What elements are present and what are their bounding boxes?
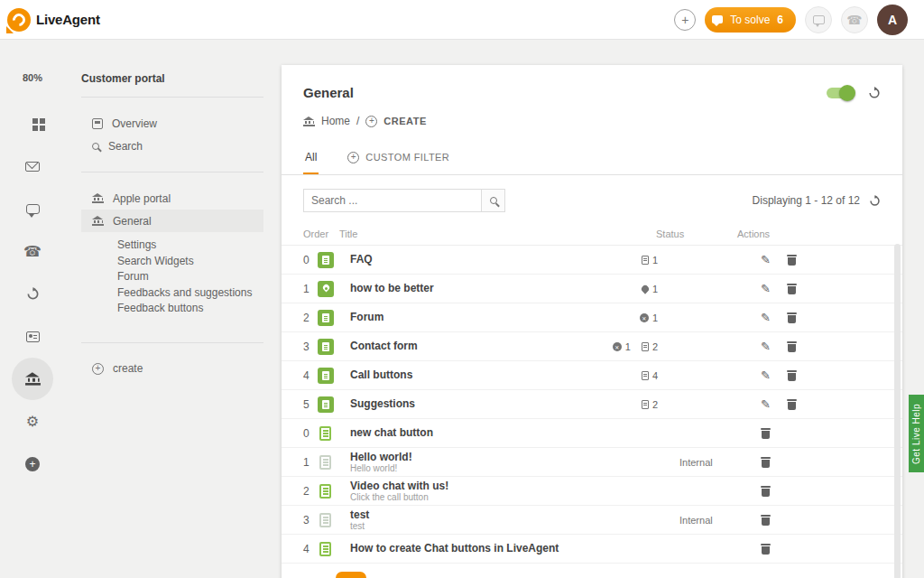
search-input[interactable] — [303, 189, 482, 212]
sidebar-subitem-settings[interactable]: Settings — [65, 238, 263, 254]
tab-all[interactable]: All — [303, 140, 319, 174]
sidebar-item-label: create — [113, 362, 143, 375]
row-actions — [752, 485, 881, 497]
sidebar-group-main: Overview Search — [65, 98, 263, 172]
dashboard-icon — [26, 118, 39, 131]
pencil-icon: ✎ — [761, 368, 771, 382]
trash-icon — [787, 283, 797, 294]
calls-button[interactable]: ☎ — [841, 6, 868, 33]
row-order: 4 — [303, 543, 318, 555]
table-row[interactable]: 5 Suggestions 2 ✎ — [282, 390, 902, 419]
table-row[interactable]: 2 Video chat with us! Click the call but… — [282, 477, 902, 506]
trash-icon — [787, 369, 797, 381]
row-type-icon — [318, 396, 334, 413]
chats-button[interactable] — [805, 6, 832, 33]
trash-icon — [761, 543, 771, 555]
delete-button[interactable] — [787, 397, 797, 411]
add-new-button[interactable]: + — [674, 9, 696, 31]
nav-chats[interactable] — [12, 188, 53, 230]
sidebar-item-create[interactable]: + create — [81, 358, 263, 380]
sidebar-item-search[interactable]: Search — [81, 135, 263, 157]
row-type-icon — [318, 310, 334, 326]
chat-widget-peek[interactable] — [336, 572, 366, 578]
table-row[interactable]: 4 How to create Chat buttons in LiveAgen… — [282, 535, 902, 564]
delete-button[interactable] — [761, 456, 771, 468]
table-row[interactable]: 4 Call buttons 4 ✎ — [282, 361, 902, 390]
tabs: All + CUSTOM FILTER — [282, 140, 902, 175]
nav-tickets[interactable] — [12, 145, 53, 188]
nav-icons: ☎ ⚙ + — [12, 103, 53, 485]
gear-icon: ⚙ — [26, 413, 39, 430]
nav-calls[interactable]: ☎ — [12, 230, 53, 273]
nav-settings[interactable]: ⚙ — [12, 400, 53, 443]
sidebar-item-overview[interactable]: Overview — [81, 112, 263, 135]
refresh-button[interactable] — [868, 87, 881, 99]
row-actions: ✎ — [752, 253, 881, 266]
avatar[interactable]: A — [877, 5, 908, 35]
nav-customer-portal[interactable] — [12, 358, 53, 400]
row-actions: ✎ — [752, 311, 881, 324]
pencil-icon: ✎ — [761, 340, 771, 353]
nav-history[interactable] — [12, 273, 53, 315]
edit-button[interactable]: ✎ — [761, 282, 771, 295]
delete-button[interactable] — [761, 514, 771, 526]
sidebar-item-general[interactable]: General — [81, 210, 263, 232]
delete-button[interactable] — [787, 253, 797, 266]
edit-button[interactable]: ✎ — [761, 253, 771, 266]
sidebar-group-portals: Apple portal General Settings Search Wid… — [65, 172, 263, 342]
delete-button[interactable] — [787, 340, 797, 353]
edit-button[interactable]: ✎ — [761, 397, 771, 411]
liveagent-logo-icon — [7, 8, 31, 32]
edit-button[interactable]: ✎ — [761, 368, 771, 382]
row-type-icon — [318, 281, 334, 297]
portal-active-toggle[interactable] — [827, 88, 854, 98]
table-row[interactable]: 0 new chat button — [282, 419, 902, 448]
table-row[interactable]: 3 test test Internal — [282, 506, 902, 535]
trash-icon — [787, 312, 797, 323]
row-subtitle: Click the call button — [350, 492, 598, 502]
trash-icon — [761, 485, 771, 497]
refresh-list-button[interactable] — [869, 195, 881, 207]
sidebar-subitem-feedbacks[interactable]: Feedbacks and suggestions — [65, 285, 263, 302]
row-status: Internal — [679, 457, 752, 468]
badge-count: 1 — [625, 341, 631, 352]
nav-dashboard[interactable] — [12, 103, 53, 145]
get-live-help-button[interactable]: Get Live Help — [909, 395, 924, 472]
nav-contacts[interactable] — [12, 315, 53, 358]
delete-button[interactable] — [787, 282, 797, 295]
nav-addons[interactable]: + — [12, 443, 53, 485]
tab-label: CUSTOM FILTER — [365, 152, 449, 163]
delete-button[interactable] — [761, 543, 771, 555]
row-title: Video chat with us! — [350, 480, 598, 492]
breadcrumb-create[interactable]: CREATE — [383, 116, 426, 126]
sidebar-subitem-search-widgets[interactable]: Search Widgets — [65, 254, 263, 270]
breadcrumb-home[interactable]: Home — [321, 115, 350, 127]
ticket-icon — [712, 15, 723, 23]
table-row[interactable]: 0 FAQ 1 ✎ — [282, 246, 902, 275]
badge-count: 1 — [652, 255, 658, 266]
sidebar-item-apple-portal[interactable]: Apple portal — [81, 187, 263, 210]
column-header-status: Status — [656, 228, 728, 239]
delete-button[interactable] — [787, 311, 797, 324]
delete-button[interactable] — [787, 368, 797, 382]
scrollbar[interactable] — [894, 244, 901, 578]
delete-button[interactable] — [761, 485, 771, 497]
row-title: How to create Chat buttons in LiveAgent — [350, 543, 598, 555]
to-solve-button[interactable]: To solve 6 — [705, 7, 796, 33]
liveagent-logo[interactable]: LiveAgent — [7, 8, 100, 32]
row-badges: 1 — [598, 312, 679, 323]
row-type-icon — [319, 484, 331, 499]
tab-custom-filter[interactable]: + CUSTOM FILTER — [346, 140, 451, 174]
table-row[interactable]: 1 how to be better 1 ✎ — [282, 275, 902, 303]
sidebar-subitem-forum[interactable]: Forum — [65, 269, 263, 285]
edit-button[interactable]: ✎ — [761, 340, 771, 353]
customer-portal-sidebar: Customer portal Overview Search Apple po… — [65, 40, 263, 578]
table-row[interactable]: 1 Hello world! Hello world! Internal — [282, 448, 902, 477]
pencil-icon: ✎ — [761, 282, 771, 295]
table-row[interactable]: 2 Forum 1 ✎ — [282, 303, 902, 332]
edit-button[interactable]: ✎ — [761, 311, 771, 324]
sidebar-subitem-feedback-buttons[interactable]: Feedback buttons — [65, 301, 263, 317]
delete-button[interactable] — [761, 427, 771, 439]
table-row[interactable]: 3 Contact form 12 ✎ — [282, 332, 902, 361]
search-button[interactable] — [482, 189, 505, 212]
